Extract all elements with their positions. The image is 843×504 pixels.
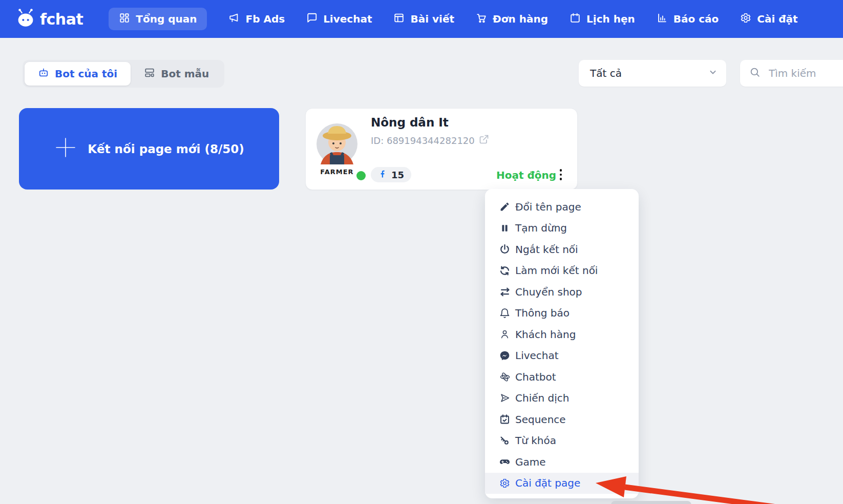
nav-item-label: Lịch hẹn: [586, 13, 635, 25]
nav-item-lich-hen[interactable]: Lịch hẹn: [570, 8, 635, 30]
messenger-icon: [499, 350, 511, 362]
menu-item-doi-ten-page[interactable]: Đổi tên page: [485, 196, 639, 218]
nav-item-label: Đơn hàng: [493, 13, 548, 25]
nav-item-tong-quan[interactable]: Tổng quan: [109, 8, 207, 30]
menu-item-label: Ngắt kết nối: [515, 243, 578, 256]
bar-chart-icon: [657, 12, 668, 26]
nav-item-don-hang[interactable]: Đơn hàng: [476, 8, 548, 30]
menu-item-chien-dich[interactable]: Chiến dịch: [485, 388, 639, 409]
menu-item-tu-khoa[interactable]: Từ khóa: [485, 430, 639, 452]
menu-item-chatbot[interactable]: Chatbot: [485, 366, 639, 388]
nav-item-label: Tổng quan: [136, 13, 197, 25]
nav-item-label: Livechat: [323, 13, 372, 25]
external-link-icon[interactable]: [479, 134, 489, 146]
megaphone-icon: [228, 12, 240, 26]
menu-item-label: Làm mới kết nối: [515, 264, 598, 277]
nav-item-label: Báo cáo: [673, 13, 719, 25]
avatar-caption: FARMER: [320, 168, 353, 176]
page-context-menu: Đổi tên page Tạm dừng Ngắt kết nối Làm m…: [485, 189, 639, 498]
plus-icon: [54, 136, 77, 162]
search-icon: [749, 67, 761, 80]
template-icon: [144, 67, 155, 81]
robot-icon: [38, 67, 49, 81]
nav-item-label: Fb Ads: [245, 13, 285, 25]
gear-icon: [740, 12, 751, 26]
chat-bubble-icon: [306, 12, 318, 26]
send-icon: [499, 392, 511, 404]
menu-item-label: Tạm dừng: [515, 222, 567, 234]
menu-item-game[interactable]: Game: [485, 451, 639, 473]
menu-item-label: Livechat: [515, 349, 559, 362]
menu-item-label: Chuyển shop: [515, 286, 582, 298]
search-input[interactable]: [768, 67, 843, 80]
refresh-icon: [499, 265, 511, 277]
status-badge: Hoạt động: [496, 169, 556, 181]
menu-item-ngat-ket-noi[interactable]: Ngắt kết nối: [485, 239, 639, 260]
menu-item-cai-dat-page[interactable]: Cài đặt page: [485, 473, 639, 494]
tab-bot-cua-toi[interactable]: Bot của tôi: [25, 62, 131, 86]
connect-new-page-button[interactable]: Kết nối page mới (8/50): [19, 108, 279, 190]
filter-dropdown-value: Tất cả: [590, 67, 622, 79]
main-nav: Tổng quan Fb Ads Livechat Bài viết: [109, 8, 797, 30]
menu-item-label: Từ khóa: [515, 434, 556, 447]
page-name: Nông dân It: [371, 116, 449, 129]
article-icon: [393, 12, 405, 26]
facebook-count-badge: 15: [371, 167, 411, 182]
menu-item-label: Đổi tên page: [515, 201, 581, 213]
menu-item-label: Chatbot: [515, 371, 556, 383]
menu-item-lam-moi-ket-noi[interactable]: Làm mới kết nối: [485, 260, 639, 282]
tab-label: Bot mẫu: [161, 68, 209, 80]
menu-item-label: Cài đặt page: [515, 477, 580, 489]
key-icon: [499, 435, 511, 447]
fb-count: 15: [391, 170, 404, 180]
menu-item-label: Game: [515, 456, 546, 468]
filter-dropdown[interactable]: Tất cả: [579, 60, 726, 87]
nav-item-cai-dat[interactable]: Cài đặt: [740, 8, 797, 30]
fchat-logo[interactable]: fchat: [15, 9, 83, 29]
pencil-icon: [499, 201, 511, 213]
menu-item-chuyen-shop[interactable]: Chuyển shop: [485, 281, 639, 303]
nav-item-label: Bài viết: [410, 13, 454, 25]
facebook-icon: [378, 169, 387, 180]
swap-icon: [499, 286, 511, 298]
farmer-avatar: FARMER: [311, 117, 363, 178]
top-navbar: fchat Tổng quan Fb Ads Livechat: [0, 0, 843, 38]
chevron-down-icon: [708, 67, 718, 79]
menu-item-label: Khách hàng: [515, 328, 576, 341]
nav-item-bao-cao[interactable]: Báo cáo: [657, 8, 719, 30]
robot-logo-icon: [15, 9, 36, 29]
bell-icon: [499, 307, 511, 319]
cart-icon: [476, 12, 487, 26]
tab-bot-mau[interactable]: Bot mẫu: [131, 62, 222, 86]
connect-button-label: Kết nối page mới (8/50): [88, 142, 244, 156]
menu-item-tam-dung[interactable]: Tạm dừng: [485, 218, 639, 239]
menu-item-thong-bao[interactable]: Thông báo: [485, 303, 639, 324]
nav-item-livechat[interactable]: Livechat: [306, 8, 372, 30]
nav-item-fb-ads[interactable]: Fb Ads: [228, 8, 285, 30]
bot-tabs-group: Bot của tôi Bot mẫu: [23, 60, 224, 88]
menu-item-sequence[interactable]: Sequence: [485, 409, 639, 430]
gear-icon: [499, 477, 511, 489]
pause-icon: [499, 222, 511, 234]
nav-item-label: Cài đặt: [757, 13, 797, 25]
gamepad-icon: [499, 456, 511, 468]
online-status-dot: [356, 171, 366, 180]
menu-item-khach-hang[interactable]: Khách hàng: [485, 324, 639, 345]
app-root: fchat Tổng quan Fb Ads Livechat: [0, 0, 843, 504]
calendar-check-icon: [499, 413, 511, 425]
menu-item-label: Sequence: [515, 413, 566, 426]
dashboard-grid-icon: [119, 12, 130, 26]
page-id-row: ID: 689194344282120: [371, 134, 489, 146]
logo-text: fchat: [40, 10, 83, 28]
power-icon: [499, 243, 511, 255]
menu-item-label: Chiến dịch: [515, 392, 569, 404]
nav-item-bai-viet[interactable]: Bài viết: [393, 8, 454, 30]
kebab-menu-icon[interactable]: [555, 166, 567, 183]
search-box: [740, 60, 843, 87]
page-card: FARMER Nông dân It ID: 689194344282120 1…: [305, 108, 578, 190]
menu-item-label: Thông báo: [515, 307, 570, 319]
menu-item-livechat[interactable]: Livechat: [485, 345, 639, 367]
calendar-icon: [570, 12, 581, 26]
user-icon: [499, 328, 511, 340]
atom-icon: [499, 371, 511, 383]
